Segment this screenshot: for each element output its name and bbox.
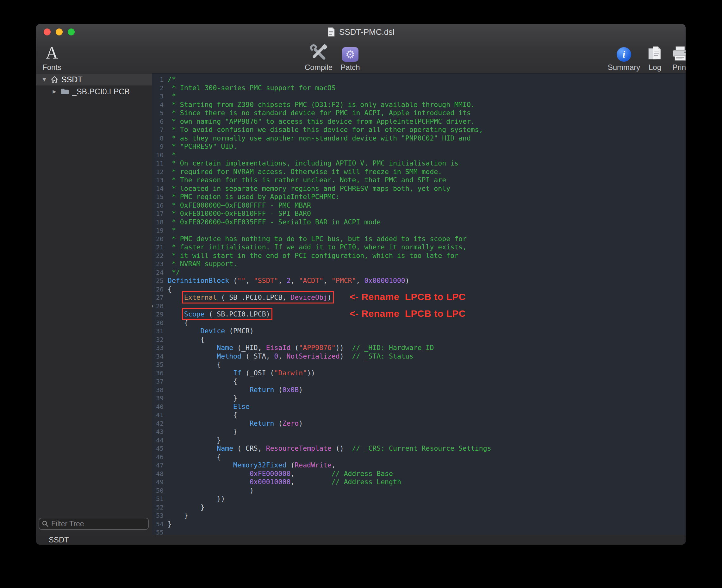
code-line: 11 * On certain implementations, includi… xyxy=(152,159,686,168)
compile-label: Compile xyxy=(305,63,333,71)
status-bar: SSDT xyxy=(36,535,686,545)
status-text: SSDT xyxy=(49,536,69,544)
summary-info-icon: i xyxy=(617,47,631,62)
code-line: 44 } xyxy=(152,436,686,445)
code-line: 38 Return (0x0B) xyxy=(152,386,686,394)
code-line: 3 * xyxy=(152,92,686,101)
compile-button[interactable]: Compile xyxy=(303,41,335,71)
line-number: 22 xyxy=(152,252,164,260)
line-number: 43 xyxy=(152,427,164,436)
code-line: 15 * PMC region is used by AppleIntelPCH… xyxy=(152,193,686,201)
line-number: 54 xyxy=(152,520,164,528)
code-line: 40 Else xyxy=(152,402,686,411)
code-line: 45 Name (_CRS, ResourceTemplate () // _C… xyxy=(152,444,686,453)
code-line: 53 } xyxy=(152,511,686,520)
code-line: 23 * NVRAM support. xyxy=(152,260,686,268)
filter-input[interactable] xyxy=(39,518,149,530)
line-number: 31 xyxy=(152,327,164,335)
code-line: 52 } xyxy=(152,503,686,512)
annotation-box: External (_SB_.PCI0.LPCB, DeviceObj) xyxy=(184,293,332,301)
line-number: 1 xyxy=(152,75,164,84)
code-editor[interactable]: 1/*2 * Intel 300-series PMC support for … xyxy=(152,74,686,535)
tree-item-label: SSDT xyxy=(61,75,83,84)
line-number: 41 xyxy=(152,411,164,419)
line-number: 23 xyxy=(152,260,164,268)
line-number: 12 xyxy=(152,168,164,176)
window-title: SSDT-PMC.dsl xyxy=(339,27,395,37)
line-number: 53 xyxy=(152,511,164,520)
summary-label: Summary xyxy=(608,63,640,71)
print-icon xyxy=(672,42,686,62)
patch-icon: ⚙ xyxy=(342,47,359,62)
line-number: 27 xyxy=(152,293,164,302)
code-line: 31 Device (PMCR) xyxy=(152,327,686,335)
code-line: 1/* xyxy=(152,75,686,84)
fonts-icon: A xyxy=(46,44,58,62)
tree-item-ssdt[interactable]: ▾ SSDT xyxy=(36,74,152,85)
code-line: 47 Memory32Fixed (ReadWrite, xyxy=(152,461,686,470)
line-number: 44 xyxy=(152,436,164,445)
code-line: 4 * Starting from Z390 chipsets PMC (D31… xyxy=(152,101,686,109)
titlebar: SSDT-PMC.dsl xyxy=(36,24,686,40)
disclosure-expanded-icon[interactable]: ▾ xyxy=(41,75,47,84)
line-number: 52 xyxy=(152,503,164,512)
line-number: 16 xyxy=(152,201,164,210)
code-line: 34 Method (_STA, 0, NotSerialized) // _S… xyxy=(152,352,686,361)
code-line: 36 If (_OSI ("Darwin")) xyxy=(152,369,686,378)
disclosure-collapsed-icon[interactable]: ▸ xyxy=(51,87,58,96)
search-icon xyxy=(42,520,49,528)
home-icon xyxy=(50,76,58,83)
annotation-box: Scope (_SB.PCI0.LPCB) xyxy=(184,310,270,318)
line-number: 40 xyxy=(152,402,164,411)
line-number: 13 xyxy=(152,176,164,185)
line-number: 14 xyxy=(152,185,164,193)
code-lines: 1/*2 * Intel 300-series PMC support for … xyxy=(152,74,686,535)
line-number: 15 xyxy=(152,193,164,201)
document-icon xyxy=(327,27,335,37)
line-number: 50 xyxy=(152,486,164,495)
code-line: 18 * 0xFE020000~0xFE035FFF - SerialIo BA… xyxy=(152,218,686,227)
line-number: 5 xyxy=(152,109,164,118)
log-icon xyxy=(647,42,662,62)
line-number: 30 xyxy=(152,319,164,327)
window-chrome: SSDT-PMC.dsl A Fonts Compile ⚙ Patch i xyxy=(36,24,686,74)
line-number: 38 xyxy=(152,386,164,394)
line-number: 4 xyxy=(152,101,164,109)
line-number: 25 xyxy=(152,277,164,285)
filter-tree-field xyxy=(39,518,149,530)
annotation-text: <- Rename LPCB to LPC xyxy=(349,293,466,301)
code-line: 55 xyxy=(152,528,686,535)
code-line: 5 * Since there is no standard device fo… xyxy=(152,109,686,118)
line-number: 36 xyxy=(152,369,164,378)
code-line: 9 * "PCHRESV" UID. xyxy=(152,142,686,151)
line-number: 6 xyxy=(152,118,164,126)
code-line: 35 { xyxy=(152,360,686,369)
code-line: 42 Return (Zero) xyxy=(152,419,686,428)
line-number: 21 xyxy=(152,243,164,252)
code-line: 39 } xyxy=(152,394,686,402)
code-line: 50 ) xyxy=(152,486,686,495)
summary-button[interactable]: i Summary xyxy=(608,41,640,71)
line-number: 39 xyxy=(152,394,164,402)
code-line: 10 * xyxy=(152,151,686,160)
line-number: 18 xyxy=(152,218,164,227)
code-line: 51 }) xyxy=(152,495,686,503)
line-number: 37 xyxy=(152,377,164,386)
code-line: 30 { xyxy=(152,319,686,327)
line-number: 8 xyxy=(152,134,164,143)
fonts-button[interactable]: A Fonts xyxy=(36,41,68,71)
tree-item-sb-pci0-lpcb[interactable]: ▸ _SB.PCI0.LPCB xyxy=(36,85,152,98)
code-line: 21 * faster initialisation. If we add it… xyxy=(152,243,686,252)
code-line: 25DefinitionBlock ("", "SSDT", 2, "ACDT"… xyxy=(152,277,686,285)
code-line: 49 0x00010000, // Address Length xyxy=(152,478,686,486)
patch-label: Patch xyxy=(340,63,360,71)
line-number: 55 xyxy=(152,528,164,535)
code-line: 29 Scope (_SB.PCI0.LPCB)<- Rename LPCB t… xyxy=(152,310,686,319)
print-button[interactable]: Print xyxy=(664,41,686,71)
patch-button[interactable]: ⚙ Patch xyxy=(335,41,366,71)
line-number: 29 xyxy=(152,310,164,319)
folder-icon xyxy=(61,88,69,94)
code-line: 32 { xyxy=(152,335,686,344)
code-line: 46 { xyxy=(152,453,686,461)
code-line: 14 * located in separate memory regions … xyxy=(152,185,686,193)
